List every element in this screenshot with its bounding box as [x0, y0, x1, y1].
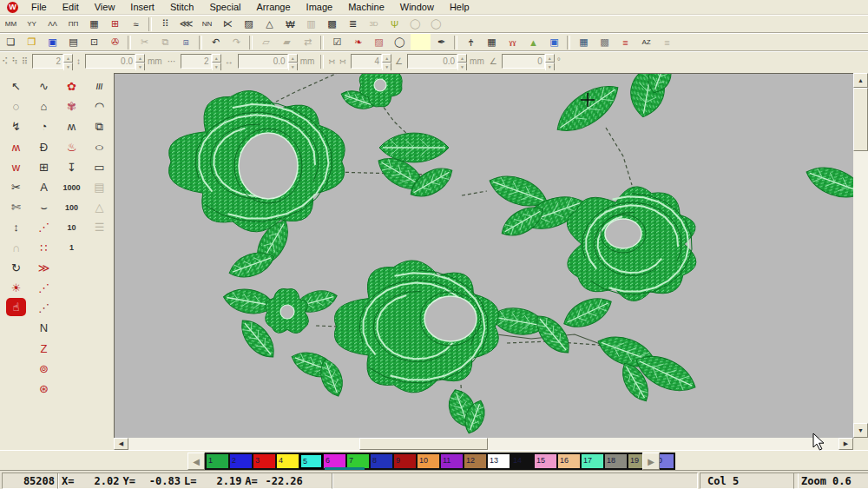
offset-field[interactable]: 0.0 — [407, 54, 457, 69]
new-file-button[interactable]: ❏ — [1, 34, 21, 50]
scenery-tool-button[interactable]: ▲ — [523, 34, 543, 50]
mw-stitch-tool[interactable]: ʍ — [59, 116, 84, 136]
write-to-machine-button[interactable]: ✇ — [105, 34, 125, 50]
scroll-left-button[interactable]: ◀ — [114, 438, 128, 450]
offset-field-spinner[interactable]: ▲▼ — [457, 54, 467, 69]
palette-color-13[interactable]: 13 — [487, 453, 510, 469]
vertical-scrollbar[interactable]: ▲ ▼ — [853, 73, 868, 438]
fan-tool[interactable]: ∩ — [3, 238, 29, 258]
list-tool[interactable]: ☰ — [87, 217, 112, 237]
sort-az-button[interactable]: AZ — [636, 34, 656, 50]
fur-stitch-button[interactable]: ≈ — [126, 16, 146, 32]
spacing-c-icon[interactable]: ⠿ — [22, 56, 28, 66]
horizontal-scroll-thumb[interactable] — [359, 438, 488, 450]
star-fill-button[interactable]: △ — [260, 16, 279, 32]
palette-color-16[interactable]: 16 — [557, 453, 581, 469]
undo-button[interactable]: ↶ — [206, 34, 226, 50]
mountain-tool[interactable]: △ — [87, 197, 112, 217]
menu-insert[interactable]: Insert — [122, 1, 162, 13]
spacing-b-icon[interactable]: ⠳ — [11, 56, 17, 66]
palette-color-10[interactable]: 10 — [417, 453, 440, 469]
e-stitch-button[interactable]: ⋉ — [218, 16, 238, 32]
satin-fill-button[interactable]: ⠿ — [155, 16, 175, 32]
outline-shape-button[interactable]: ◯ — [390, 34, 410, 50]
needle-updown-tool[interactable]: ↕ — [3, 217, 29, 237]
thread-grid-button[interactable]: ▩ — [595, 34, 615, 50]
palette-color-3[interactable]: 3 — [253, 453, 276, 469]
palette-color-17[interactable]: 17 — [581, 453, 604, 469]
run-length-field-spinner[interactable]: ▲▼ — [288, 54, 298, 69]
palette-color-15[interactable]: 15 — [534, 453, 557, 469]
lettering-tool[interactable]: A — [31, 177, 56, 197]
triple-run-button[interactable]: ΥΥ — [22, 16, 42, 32]
tatami-fill-button[interactable]: ⋘ — [176, 16, 196, 32]
thread-ball-tool[interactable]: ☀ — [3, 278, 29, 298]
run-length-field[interactable]: 0.0 — [238, 54, 288, 69]
length-icon[interactable]: ↕ — [76, 56, 81, 66]
stitch-count-field[interactable]: 2 — [32, 54, 63, 69]
palette-color-12[interactable]: 12 — [464, 453, 487, 469]
cross-stitch-button[interactable]: ⊞ — [105, 16, 125, 32]
run-input-tool[interactable]: ᴡ — [3, 157, 29, 177]
effect-3d-button[interactable]: 3D — [364, 16, 384, 32]
run-stitch-tool[interactable]: ⋰ — [31, 217, 56, 237]
stitch-length-field[interactable]: 0.0 — [85, 54, 135, 69]
palette-color-2[interactable]: 2 — [229, 453, 253, 469]
slant-lines-tool[interactable]: /// — [87, 76, 112, 96]
palette-next-button[interactable]: ▶ — [642, 453, 660, 470]
stitch-count-field-spinner[interactable]: ▲▼ — [63, 54, 73, 69]
wheel-tool[interactable]: ⊛ — [31, 379, 56, 399]
fill-grid-tool[interactable]: ⊞ — [31, 157, 56, 177]
ellipse-outline-button[interactable]: ◯ — [426, 16, 446, 32]
cut-stitch-tool[interactable]: ✄ — [3, 197, 29, 217]
design-notes-button[interactable]: ≡ — [657, 34, 677, 50]
run-count-field-spinner[interactable]: ▲▼ — [212, 54, 221, 69]
needle-down-tool[interactable]: ↧ — [59, 157, 84, 177]
arc-tool[interactable]: ◔ — [31, 116, 56, 136]
menu-machine[interactable]: Machine — [340, 1, 392, 13]
paste-button[interactable]: ⧈ — [176, 34, 196, 50]
column-fill-button[interactable]: ▥ — [301, 16, 321, 32]
rotate-tool[interactable]: ↻ — [3, 258, 29, 278]
scroll-up-button[interactable]: ▲ — [853, 73, 868, 88]
menu-file[interactable]: File — [23, 1, 55, 13]
auto-digitize-button[interactable]: ☑ — [327, 34, 347, 50]
grid-snap-a-icon[interactable]: ∺ — [328, 56, 335, 66]
cut-button[interactable]: ✂ — [135, 34, 155, 50]
fur-effect-button[interactable]: ɣɣ — [503, 34, 523, 50]
palette-color-4[interactable]: 4 — [276, 453, 299, 469]
lasso-select-tool[interactable]: ◌ — [3, 96, 29, 116]
scale-10[interactable]: 10 — [59, 217, 84, 237]
menu-edit[interactable]: Edit — [55, 1, 87, 13]
zigzag-input-tool[interactable]: ʍ — [3, 137, 29, 157]
hatch-patch-button[interactable]: ▨ — [369, 34, 389, 50]
motif-chain-tool[interactable]: ≫ — [31, 258, 56, 278]
run-stitch-button[interactable]: ΜΜ — [1, 16, 21, 32]
closed-shape-tool[interactable]: ⌂ — [31, 96, 56, 116]
horizontal-scrollbar[interactable]: ◀ ▶ — [114, 438, 853, 450]
menu-stitch[interactable]: Stitch — [162, 1, 202, 13]
app-logo-icon[interactable]: W — [7, 2, 18, 13]
stitch-length-field-spinner[interactable]: ▲▼ — [135, 54, 145, 69]
book-tool[interactable]: ▤ — [87, 177, 112, 197]
scale-100[interactable]: 100 — [59, 197, 84, 217]
bitmap-frame-button[interactable]: ▦ — [574, 34, 594, 50]
fancy-fill-button[interactable]: ▨ — [239, 16, 259, 32]
print-button[interactable]: ▤ — [63, 34, 83, 50]
scale-1[interactable]: 1 — [59, 238, 84, 258]
pen-tool-button[interactable]: ✒ — [431, 34, 451, 50]
pattern-fill-button[interactable]: ▩ — [322, 16, 342, 32]
menu-special[interactable]: Special — [201, 1, 248, 13]
arc-shape-tool[interactable]: ◠ — [87, 96, 112, 116]
menu-view[interactable]: View — [87, 1, 123, 13]
spacing-a-icon[interactable]: ⠪ — [2, 56, 8, 66]
reshape-object-tool[interactable]: ∿ — [31, 76, 56, 96]
letter-d-tool[interactable]: Đ — [31, 137, 56, 157]
color-swatch-button[interactable] — [411, 34, 431, 50]
flower-bouquet-tool[interactable]: ✿ — [59, 76, 84, 96]
palette-color-14[interactable]: 14 — [510, 453, 534, 469]
save-file-button[interactable]: ▣ — [43, 34, 62, 50]
trim-tool[interactable]: ✂ — [3, 177, 29, 197]
stop-simulator-tool[interactable]: ☝ — [6, 298, 26, 316]
redo-button[interactable]: ↷ — [227, 34, 247, 50]
